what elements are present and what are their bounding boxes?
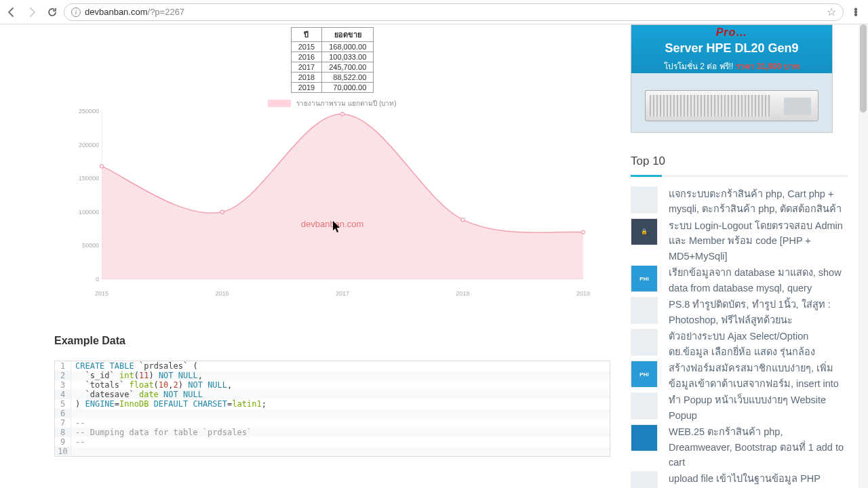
site-info-icon[interactable]: i xyxy=(71,7,81,17)
top10-link[interactable]: WEB.25 ตะกร้าสินค้า php, Dreamweaver, Bo… xyxy=(669,424,848,470)
page-scrollbar[interactable] xyxy=(859,24,868,488)
list-thumb: PHI xyxy=(631,361,658,388)
forward-button[interactable] xyxy=(26,6,38,18)
x-tick-label: 2019 xyxy=(576,290,590,297)
list-item: PHIเรียกข้อมูลจาก database มาแสดง, show … xyxy=(631,265,848,296)
chart-canvas xyxy=(102,111,583,279)
widget-divider xyxy=(631,175,848,177)
table-row: 2015168,000.00 xyxy=(291,42,374,52)
bookmark-star-icon[interactable]: ☆ xyxy=(827,5,836,18)
x-tick-label: 2017 xyxy=(336,290,349,297)
svg-point-2 xyxy=(341,113,344,116)
list-thumb: 🔒 xyxy=(631,218,658,245)
legend-swatch xyxy=(268,100,291,107)
top10-link[interactable]: เรียกข้อมูลจาก database มาแสดง, show dat… xyxy=(669,265,848,296)
reload-button[interactable] xyxy=(46,6,58,18)
top10-list: แจกระบบตะกร้าสินค้า php, Cart php + mysq… xyxy=(631,186,848,488)
code-line: 8-- Dumping data for table `prdsales` xyxy=(55,428,610,437)
top10-link[interactable]: ระบบ Login-Logout โดยตรวจสอบ Admin และ M… xyxy=(669,218,848,264)
list-thumb xyxy=(631,186,658,214)
x-tick-label: 2018 xyxy=(456,290,469,297)
chart-watermark: devbanban.com xyxy=(301,219,364,229)
promo-tag: Pro… xyxy=(716,26,748,39)
table-row: 2017245,700.00 xyxy=(291,62,374,73)
svg-point-4 xyxy=(582,230,585,234)
code-line: 4 `datesave` date NOT NULL xyxy=(55,390,610,399)
top10-heading: Top 10 xyxy=(631,155,848,168)
sales-chart: รายงานภาพรวม แยกตามปี (บาท) devbanban.co… xyxy=(81,97,583,287)
browser-menu-icon[interactable]: ••• xyxy=(849,8,863,16)
y-tick-label: 250000 xyxy=(79,108,99,115)
table-row: 2016100,033.00 xyxy=(291,52,374,62)
list-thumb xyxy=(631,392,658,420)
list-item: PHIสร้างฟอร์มสมัครสมาชิกแบบง่ายๆ, เพิ่มข… xyxy=(631,361,848,391)
svg-point-3 xyxy=(461,218,465,222)
top10-link[interactable]: สร้างฟอร์มสมัครสมาชิกแบบง่ายๆ, เพิ่มข้อม… xyxy=(669,361,848,391)
code-line: 3 `totals` float(10,2) NOT NULL, xyxy=(55,380,610,390)
legend-label: รายงานภาพรวม แยกตามปี (บาท) xyxy=(296,100,396,107)
list-item: ตัวอย่างระบบ Ajax Select/Option ดย.ข้อมู… xyxy=(631,329,848,359)
url-text: devbanban.com/?p=2267 xyxy=(85,7,823,17)
back-button[interactable] xyxy=(5,6,18,18)
list-item: ทำ Popup หน้าเว็บแบบง่ายๆ Website Popup xyxy=(631,392,848,423)
top10-link[interactable]: ทำ Popup หน้าเว็บแบบง่ายๆ Website Popup xyxy=(669,392,848,423)
list-thumb xyxy=(631,471,658,488)
list-thumb xyxy=(631,424,658,451)
browser-toolbar: i devbanban.com/?p=2267 ☆ ••• xyxy=(0,0,868,24)
top10-link[interactable]: แจกระบบตะกร้าสินค้า php, Cart php + mysq… xyxy=(669,186,848,217)
list-item: WEB.25 ตะกร้าสินค้า php, Dreamweaver, Bo… xyxy=(631,424,848,470)
code-line: 10 xyxy=(55,447,610,456)
table-row: 201888,522.00 xyxy=(291,73,374,83)
y-tick-label: 200000 xyxy=(79,142,99,148)
table-header: ยอดขาย xyxy=(322,28,374,42)
table-row: 201970,000.00 xyxy=(291,83,374,93)
top10-link[interactable]: ตัวอย่างระบบ Ajax Select/Option ดย.ข้อมู… xyxy=(669,329,848,359)
address-bar[interactable]: i devbanban.com/?p=2267 ☆ xyxy=(64,3,844,21)
y-tick-label: 0 xyxy=(96,276,99,283)
code-line: 5) ENGINE=InnoDB DEFAULT CHARSET=latin1; xyxy=(55,399,610,409)
sales-table: ปียอดขาย 2015168,000.002016100,033.00201… xyxy=(291,27,374,93)
code-line: 2 `s_id` int(11) NOT NULL, xyxy=(55,371,610,380)
code-line: 1CREATE TABLE `prdsales` ( xyxy=(55,361,610,371)
list-thumb xyxy=(631,297,658,324)
server-image xyxy=(645,90,818,121)
list-item: upload file เข้าไปในฐานข้อมูล PHP xyxy=(631,471,848,488)
top10-link[interactable]: PS.8 ทำรูปติดบัตร, ทำรูป 1นิ้ว, ใส่สูท :… xyxy=(669,297,848,327)
svg-point-0 xyxy=(100,165,104,168)
list-thumb: PHI xyxy=(631,265,658,292)
y-tick-label: 50000 xyxy=(82,242,99,249)
list-item: 🔒ระบบ Login-Logout โดยตรวจสอบ Admin และ … xyxy=(631,218,848,264)
y-tick-label: 100000 xyxy=(79,209,99,216)
example-heading: Example Data xyxy=(54,335,610,347)
x-tick-label: 2016 xyxy=(215,290,229,297)
list-item: แจกระบบตะกร้าสินค้า php, Cart php + mysq… xyxy=(631,186,848,217)
code-line: 6 xyxy=(55,409,610,418)
code-line: 7-- xyxy=(55,418,610,428)
code-block[interactable]: 1CREATE TABLE `prdsales` (2 `s_id` int(1… xyxy=(54,361,610,457)
y-tick-label: 150000 xyxy=(79,175,99,182)
table-header: ปี xyxy=(291,28,321,42)
x-tick-label: 2015 xyxy=(95,290,108,297)
promo-banner[interactable]: Pro… Server HPE DL20 Gen9 โปรโมชั่น 2 ต่… xyxy=(631,24,833,133)
svg-point-1 xyxy=(220,210,224,214)
top10-link[interactable]: upload file เข้าไปในฐานข้อมูล PHP xyxy=(669,471,821,488)
list-item: PS.8 ทำรูปติดบัตร, ทำรูป 1นิ้ว, ใส่สูท :… xyxy=(631,297,848,327)
code-line: 9-- xyxy=(55,437,610,447)
list-thumb xyxy=(631,329,658,356)
